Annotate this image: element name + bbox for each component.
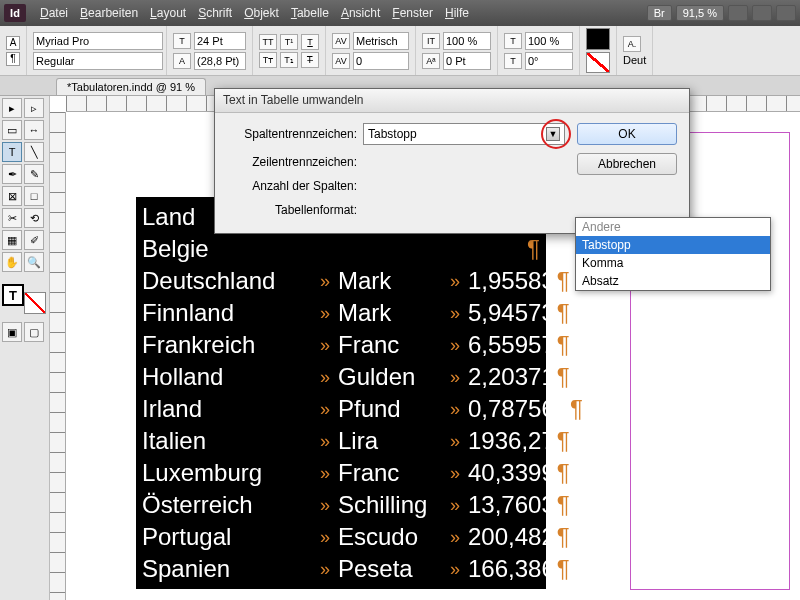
smallcaps-icon[interactable]: Tᴛ (259, 52, 277, 68)
menu-ansicht[interactable]: Ansicht (335, 6, 386, 20)
char-mode-icon[interactable]: A (6, 36, 20, 50)
vertical-ruler[interactable] (50, 112, 66, 600)
menu-hilfe[interactable]: Hilfe (439, 6, 475, 20)
view-mode-icon[interactable] (728, 5, 748, 21)
hscale-input[interactable] (525, 32, 573, 50)
leading-input[interactable] (194, 52, 246, 70)
gradient-tool[interactable]: ▦ (2, 230, 22, 250)
rectangle-tool[interactable]: □ (24, 186, 44, 206)
document-tab[interactable]: *Tabulatoren.indd @ 91 % (56, 78, 206, 95)
bridge-button[interactable]: Br (647, 5, 672, 21)
menu-layout[interactable]: Layout (144, 6, 192, 20)
zoom-tool[interactable]: 🔍 (24, 252, 44, 272)
font-size-icon: T (173, 33, 191, 49)
free-transform-tool[interactable]: ⟲ (24, 208, 44, 228)
app-logo: Id (4, 4, 26, 22)
leading-icon: A (173, 53, 191, 69)
colsep-value: Tabstopp (368, 127, 417, 141)
subscript-icon[interactable]: T₁ (280, 52, 298, 68)
foreground-swatch[interactable]: T (2, 284, 24, 306)
charstyle-icon: A. (623, 36, 641, 52)
eyedropper-tool[interactable]: ✐ (24, 230, 44, 250)
normal-view-icon[interactable]: ▣ (2, 322, 22, 342)
tracking-input[interactable] (353, 52, 409, 70)
strike-icon[interactable]: T̶ (301, 52, 319, 68)
stroke-color[interactable] (586, 52, 610, 74)
arrange-icon[interactable] (776, 5, 796, 21)
tracking-icon: AV (332, 53, 350, 69)
background-swatch[interactable] (24, 292, 46, 314)
ok-button[interactable]: OK (577, 123, 677, 145)
dropdown-arrow-icon[interactable]: ▼ (546, 127, 560, 141)
direct-selection-tool[interactable]: ▹ (24, 98, 44, 118)
dropdown-option[interactable]: Tabstopp (576, 236, 770, 254)
zoom-level[interactable]: 91,5 % (676, 5, 724, 21)
preview-view-icon[interactable]: ▢ (24, 322, 44, 342)
kerning-input[interactable] (353, 32, 409, 50)
menu-bearbeiten[interactable]: Bearbeiten (74, 6, 144, 20)
menu-datei[interactable]: Datei (34, 6, 74, 20)
font-style-input[interactable] (33, 52, 163, 70)
selection-tool[interactable]: ▸ (2, 98, 22, 118)
scissors-tool[interactable]: ✂ (2, 208, 22, 228)
menu-tabelle[interactable]: Tabelle (285, 6, 335, 20)
control-panel: A ¶ T A TTT¹T TᴛT₁T̶ AV AV IT Aª T T A. … (0, 26, 800, 76)
colsep-dropdown[interactable]: AndereTabstoppKommaAbsatz (575, 217, 771, 291)
dropdown-option[interactable]: Andere (576, 218, 770, 236)
menu-fenster[interactable]: Fenster (386, 6, 439, 20)
menubar: Id Datei Bearbeiten Layout Schrift Objek… (0, 0, 800, 26)
gap-tool[interactable]: ↔ (24, 120, 44, 140)
menu-objekt[interactable]: Objekt (238, 6, 285, 20)
screen-mode-icon[interactable] (752, 5, 772, 21)
skew-input[interactable] (525, 52, 573, 70)
format-label: Tabellenformat: (227, 203, 357, 217)
type-tool[interactable]: T (2, 142, 22, 162)
font-size-input[interactable] (194, 32, 246, 50)
toolbox: ▸ ▹ ▭ ↔ T ╲ ✒ ✎ ⊠ □ ✂ ⟲ ▦ ✐ ✋ 🔍 T ▣ ▢ (0, 96, 50, 600)
fill-color[interactable] (586, 28, 610, 50)
pen-tool[interactable]: ✒ (2, 164, 22, 184)
colsep-label: Spaltentrennzeichen: (227, 127, 357, 141)
colsep-select[interactable]: Tabstopp ▼ (363, 123, 565, 145)
para-mode-icon[interactable]: ¶ (6, 52, 20, 66)
hand-tool[interactable]: ✋ (2, 252, 22, 272)
menu-schrift[interactable]: Schrift (192, 6, 238, 20)
kerning-icon: AV (332, 33, 350, 49)
page-tool[interactable]: ▭ (2, 120, 22, 140)
color-swatch[interactable]: T (2, 284, 46, 314)
rowsep-label: Zeilentrennzeichen: (227, 155, 357, 169)
vscale-input[interactable] (443, 32, 491, 50)
rectangle-frame-tool[interactable]: ⊠ (2, 186, 22, 206)
pencil-tool[interactable]: ✎ (24, 164, 44, 184)
convert-text-to-table-dialog: Text in Tabelle umwandeln Spaltentrennze… (214, 88, 690, 234)
dropdown-option[interactable]: Absatz (576, 272, 770, 290)
skew-icon: T (504, 53, 522, 69)
numcols-label: Anzahl der Spalten: (227, 179, 357, 193)
superscript-icon[interactable]: T¹ (280, 34, 298, 50)
hscale-icon: T (504, 33, 522, 49)
baseline-icon: Aª (422, 53, 440, 69)
underline-icon[interactable]: T (301, 34, 319, 50)
dialog-title[interactable]: Text in Tabelle umwandeln (215, 89, 689, 113)
font-family-input[interactable] (33, 32, 163, 50)
vscale-icon: IT (422, 33, 440, 49)
baseline-input[interactable] (443, 52, 491, 70)
dropdown-option[interactable]: Komma (576, 254, 770, 272)
text-frame[interactable]: Land¶Belgie¶Deutschland»Mark»1,95583¶Fin… (136, 197, 546, 589)
caps-icon[interactable]: TT (259, 34, 277, 50)
cancel-button[interactable]: Abbrechen (577, 153, 677, 175)
line-tool[interactable]: ╲ (24, 142, 44, 162)
language-label[interactable]: Deut (623, 54, 646, 66)
